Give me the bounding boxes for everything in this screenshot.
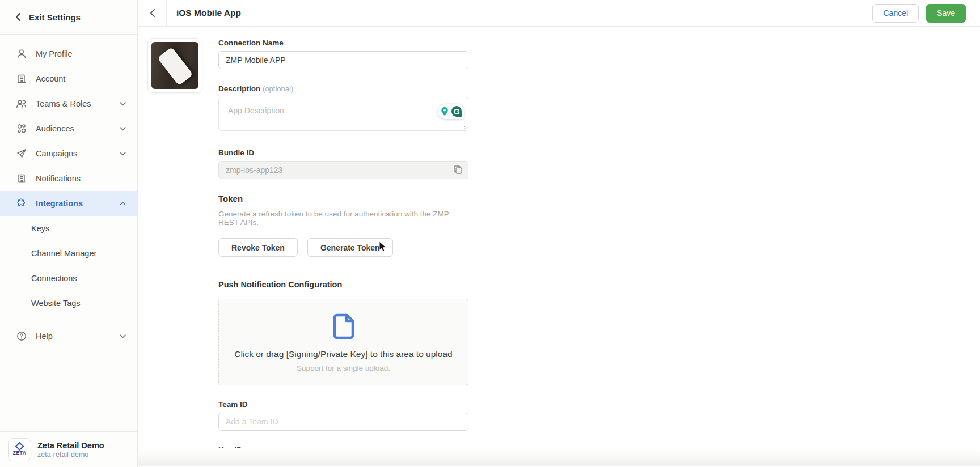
description-label-text: Description [218, 84, 260, 93]
org-switcher[interactable]: ZETA Zeta Retail Demo zeta-retail-demo [0, 431, 137, 467]
building-icon [16, 74, 27, 84]
sidebar-item-audiences[interactable]: Audiences [0, 116, 137, 141]
bundle-id-wrap [218, 161, 468, 179]
building-icon [16, 173, 27, 184]
phone-photo [151, 42, 198, 89]
sidebar-item-teams-roles[interactable]: Teams & Roles [0, 91, 137, 116]
dropzone-text: Click or drag [Signing/Private Key] to t… [234, 349, 452, 359]
generate-token-button[interactable]: Generate Token [307, 238, 393, 257]
sidebar-item-label: Help [36, 332, 53, 341]
grammarly-widget[interactable]: G [438, 104, 464, 119]
connection-thumbnail[interactable] [147, 38, 202, 93]
sidebar-item-integrations[interactable]: Integrations [0, 191, 137, 216]
optional-hint: (optional) [263, 84, 293, 93]
sidebar-item-notifications[interactable]: Notifications [0, 166, 137, 191]
sidebar-subitem-connections[interactable]: Connections [0, 266, 137, 291]
dropzone-hint: Support for a single upload. [297, 364, 390, 372]
user-icon [16, 49, 27, 60]
exit-settings-label: Exit Settings [29, 12, 81, 22]
sidebar-item-label: Audiences [36, 124, 74, 133]
sidebar-subitem-channel-manager[interactable]: Channel Manager [0, 241, 137, 266]
sidebar-item-label: Notifications [36, 174, 81, 183]
resize-grip-icon[interactable] [462, 121, 467, 131]
description-textarea[interactable] [218, 97, 468, 131]
phone-shape [157, 47, 193, 86]
team-id-input[interactable] [218, 413, 468, 431]
connection-form-content: Connection Name Description (optional) G [138, 27, 980, 466]
chevron-left-icon [15, 13, 20, 21]
sidebar-item-campaigns[interactable]: Campaigns [0, 141, 137, 166]
puzzle-icon [16, 198, 27, 209]
topbar: iOS Mobile App Cancel Save [138, 0, 980, 27]
push-config-heading: Push Notification Configuration [218, 280, 468, 289]
chevron-down-icon [120, 127, 126, 131]
sidebar-subitem-website-tags[interactable]: Website Tags [0, 291, 137, 316]
sidebar-item-label: My Profile [36, 49, 72, 58]
connection-form: Connection Name Description (optional) G [218, 27, 468, 466]
back-button[interactable] [138, 0, 167, 26]
connection-name-input[interactable] [218, 51, 468, 69]
sidebar-item-label: Teams & Roles [36, 99, 91, 108]
token-heading: Token [218, 194, 468, 203]
zeta-logo: ZETA [8, 438, 31, 461]
team-id-label: Team ID [218, 400, 468, 409]
bundle-id-input [218, 161, 468, 179]
sidebar-item-label: Campaigns [36, 149, 77, 158]
sidebar-subitem-label: Keys [31, 224, 49, 233]
sidebar-item-help[interactable]: Help [0, 324, 137, 349]
content-bottom-fade [138, 448, 980, 466]
main-area: iOS Mobile App Cancel Save Connection Na… [138, 0, 980, 467]
sidebar-item-my-profile[interactable]: My Profile [0, 41, 137, 66]
topbar-actions: Cancel Save [872, 4, 980, 23]
copy-icon[interactable] [453, 165, 463, 175]
token-buttons: Revoke Token Generate Token [218, 238, 468, 257]
sidebar-item-label: Integrations [36, 199, 83, 208]
description-label: Description (optional) [218, 84, 468, 93]
sidebar-divider [0, 320, 137, 320]
org-name: Zeta Retail Demo [37, 440, 104, 451]
org-slug: zeta-retail-demo [37, 451, 104, 458]
token-description: Generate a refresh token to be used for … [218, 210, 468, 227]
sidebar-item-account[interactable]: Account [0, 66, 137, 91]
grammarly-g-icon: G [450, 105, 463, 118]
chevron-down-icon [120, 152, 126, 156]
settings-sidebar: Exit Settings My Profile Account Teams &… [0, 0, 138, 467]
sidebar-subitem-keys[interactable]: Keys [0, 216, 137, 241]
chevron-down-icon [120, 102, 126, 106]
signing-key-dropzone[interactable]: Click or drag [Signing/Private Key] to t… [218, 299, 468, 385]
bundle-id-label: Bundle ID [218, 148, 468, 157]
sidebar-subitem-label: Channel Manager [31, 249, 96, 258]
zeta-diamond-icon [15, 442, 24, 451]
exit-settings-button[interactable]: Exit Settings [0, 0, 137, 35]
cancel-button[interactable]: Cancel [872, 4, 919, 23]
sidebar-subitem-label: Website Tags [31, 299, 81, 308]
org-info: Zeta Retail Demo zeta-retail-demo [37, 440, 104, 458]
help-circle-icon [16, 331, 27, 342]
audience-circles-icon [16, 124, 27, 134]
save-button[interactable]: Save [926, 4, 966, 23]
grammarly-bulb-icon [439, 105, 450, 118]
chevron-down-icon [120, 334, 126, 338]
page-title: iOS Mobile App [176, 8, 241, 18]
paper-plane-icon [16, 148, 27, 159]
sidebar-subitem-label: Connections [31, 274, 77, 283]
people-icon [16, 99, 27, 109]
chevron-left-icon [150, 9, 155, 17]
chevron-up-icon [120, 202, 126, 206]
zeta-logo-text: ZETA [13, 450, 27, 456]
connection-name-label: Connection Name [218, 39, 468, 47]
description-field-wrap: G [218, 97, 468, 133]
revoke-token-button[interactable]: Revoke Token [218, 238, 298, 257]
file-icon [333, 313, 354, 339]
sidebar-item-label: Account [36, 74, 65, 83]
settings-nav: My Profile Account Teams & Roles Audienc… [0, 35, 137, 349]
